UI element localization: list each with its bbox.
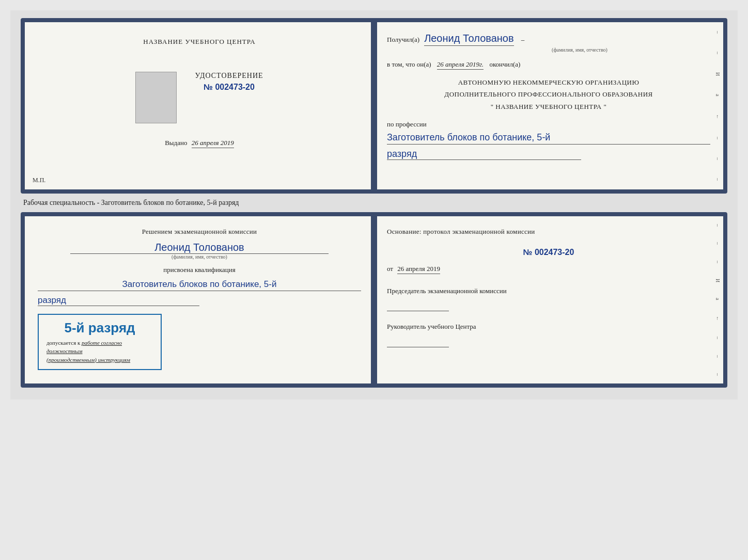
cert-text-block: УДОСТОВЕРЕНИЕ № 002473-20 bbox=[195, 72, 263, 92]
issued-line: Выдано 26 апреля 2019 bbox=[165, 139, 234, 147]
photo-placeholder bbox=[135, 72, 177, 123]
top-document-card: НАЗВАНИЕ УЧЕБНОГО ЦЕНТРА УДОСТОВЕРЕНИЕ №… bbox=[21, 18, 727, 194]
side-mark-a: а bbox=[715, 94, 721, 96]
side-mark-arrow: ← bbox=[715, 114, 721, 119]
cert-number: № 002473-20 bbox=[204, 83, 255, 92]
chairman-signature-line bbox=[387, 298, 449, 311]
org-block: АВТОНОМНУЮ НЕКОММЕРЧЕСКУЮ ОРГАНИЗАЦИЮ ДО… bbox=[387, 76, 710, 113]
stamp-admission: допускается к работе согласно должностны… bbox=[46, 339, 153, 364]
qualification-label: присвоена квалификация bbox=[38, 266, 361, 274]
fio-label-top: (фамилия, имя, отчество) bbox=[449, 47, 710, 53]
protocol-number: № 002473-20 bbox=[387, 248, 710, 257]
side-mark-bi: И bbox=[715, 279, 721, 282]
top-doc-right: Получил(а) Леонид Толованов – (фамилия, … bbox=[374, 22, 723, 189]
side-mark-ba: а bbox=[715, 298, 721, 300]
cert-info-block: УДОСТОВЕРЕНИЕ № 002473-20 bbox=[135, 72, 263, 123]
received-prefix: Получил(а) bbox=[387, 36, 419, 43]
right-side-marks-top: – – И а ← – – – bbox=[714, 22, 722, 189]
decision-text: Решением экзаменационной комиссии bbox=[38, 227, 361, 237]
recipient-block: Получил(а) Леонид Толованов – (фамилия, … bbox=[387, 33, 710, 53]
side-mark-dash2: – bbox=[715, 52, 721, 54]
specialty-label: Рабочая специальность - Заготовитель бло… bbox=[23, 199, 727, 207]
director-label: Руководитель учебного Центра bbox=[387, 322, 710, 332]
side-mark-b4: – bbox=[715, 337, 721, 339]
from-prefix: от bbox=[387, 265, 393, 273]
stamp-box: 5-й разряд допускается к работе согласно… bbox=[38, 314, 162, 371]
stamp-admission-label: допускается к bbox=[46, 340, 80, 346]
bottom-fio-label: (фамилия, имя, отчество) bbox=[38, 254, 361, 260]
completed-label: окончил(а) bbox=[489, 60, 520, 68]
side-mark-dash4: – bbox=[715, 157, 721, 160]
side-mark-i: И bbox=[715, 72, 721, 76]
dash-mark: – bbox=[521, 36, 525, 43]
recipient-name: Леонид Толованов bbox=[424, 33, 514, 46]
side-mark-dash5: – bbox=[715, 178, 721, 181]
from-date-value: 26 апреля 2019 bbox=[397, 265, 440, 274]
issued-date: 26 апреля 2019 bbox=[192, 139, 234, 148]
side-mark-barrow: ← bbox=[715, 316, 721, 321]
org-line2: ДОПОЛНИТЕЛЬНОГО ПРОФЕССИОНАЛЬНОГО ОБРАЗО… bbox=[387, 88, 710, 100]
issued-label: Выдано bbox=[165, 139, 187, 147]
from-date-block: от 26 апреля 2019 bbox=[387, 265, 710, 273]
bottom-doc-right: Основание: протокол экзаменационной коми… bbox=[374, 216, 723, 383]
stamp-italic: (производственным) инструкциям bbox=[46, 357, 130, 363]
side-mark-dash1: – bbox=[715, 31, 721, 34]
razryad-value-top: разряд bbox=[387, 149, 581, 160]
org-line1: АВТОНОМНУЮ НЕКОММЕРЧЕСКУЮ ОРГАНИЗАЦИЮ bbox=[387, 76, 710, 88]
side-mark-b1: – bbox=[715, 224, 721, 227]
bottom-doc-left: Решением экзаменационной комиссии Леонид… bbox=[25, 216, 374, 383]
page-wrapper: НАЗВАНИЕ УЧЕБНОГО ЦЕНТРА УДОСТОВЕРЕНИЕ №… bbox=[10, 10, 738, 399]
stamp-grade: 5-й разряд bbox=[46, 320, 153, 336]
profession-label: по профессии bbox=[387, 120, 710, 129]
director-signature-line bbox=[387, 334, 449, 347]
side-mark-b2: – bbox=[715, 242, 721, 245]
top-org-name: НАЗВАНИЕ УЧЕБНОГО ЦЕНТРА bbox=[143, 38, 255, 46]
cert-title: УДОСТОВЕРЕНИЕ bbox=[195, 72, 263, 80]
top-doc-left-content: НАЗВАНИЕ УЧЕБНОГО ЦЕНТРА УДОСТОВЕРЕНИЕ №… bbox=[38, 33, 361, 147]
side-mark-b3: – bbox=[715, 261, 721, 263]
top-doc-left: НАЗВАНИЕ УЧЕБНОГО ЦЕНТРА УДОСТОВЕРЕНИЕ №… bbox=[25, 22, 374, 189]
cert-number-prefix: № bbox=[204, 83, 213, 91]
date-line: в том, что он(а) 26 апреля 2019г. окончи… bbox=[387, 60, 710, 69]
bottom-document-card: Решением экзаменационной комиссии Леонид… bbox=[21, 212, 727, 388]
mp-label: М.П. bbox=[33, 177, 45, 184]
date-value: 26 апреля 2019г. bbox=[437, 60, 484, 70]
side-mark-b6: – bbox=[715, 373, 721, 376]
org-line3: " НАЗВАНИЕ УЧЕБНОГО ЦЕНТРА " bbox=[387, 101, 710, 113]
side-mark-b5: – bbox=[715, 355, 721, 358]
bottom-person-name: Леонид Толованов bbox=[70, 242, 329, 254]
cert-number-value: 002473-20 bbox=[215, 83, 255, 91]
qualification-value: Заготовитель блоков по ботанике, 5-й bbox=[38, 278, 361, 291]
osnov-label: Основание: протокол экзаменационной коми… bbox=[387, 227, 710, 237]
side-mark-dash3: – bbox=[715, 137, 721, 139]
right-side-marks-bottom: – – – И а ← – – – bbox=[714, 216, 722, 383]
chairman-label: Председатель экзаменационной комиссии bbox=[387, 286, 710, 296]
date-prefix: в том, что он(а) bbox=[387, 60, 431, 68]
razryad-bottom: разряд bbox=[38, 295, 199, 306]
profession-value: Заготовитель блоков по ботанике, 5-й bbox=[387, 131, 710, 145]
